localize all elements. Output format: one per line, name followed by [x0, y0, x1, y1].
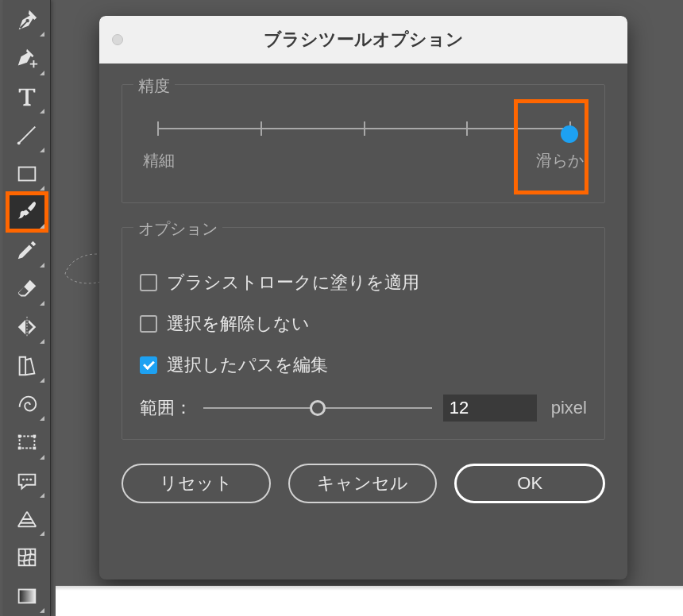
- svg-rect-1: [18, 167, 35, 180]
- precision-slider[interactable]: [157, 128, 569, 129]
- precision-legend: 精度: [133, 75, 175, 97]
- ok-button[interactable]: OK: [454, 464, 605, 503]
- svg-rect-6: [33, 447, 36, 450]
- comment-tool[interactable]: [8, 463, 46, 499]
- reset-button[interactable]: リセット: [122, 464, 271, 503]
- brush-options-dialog: ブラシツールオプション 精度 精細 滑らか: [99, 16, 627, 579]
- gradient-icon: [15, 584, 39, 608]
- range-label: 範囲：: [140, 396, 192, 420]
- keep-selected-label: 選択を解除しない: [167, 312, 310, 336]
- svg-rect-11: [18, 589, 35, 603]
- range-unit: pixel: [551, 398, 587, 418]
- pen-tool[interactable]: [8, 2, 46, 38]
- edit-selected-checkbox[interactable]: [140, 356, 157, 374]
- traffic-light-close[interactable]: [112, 34, 123, 45]
- mesh-tool[interactable]: [8, 539, 46, 576]
- tool-palette: [3, 0, 51, 616]
- precision-min-label: 精細: [143, 150, 175, 171]
- warp-spiral-icon: [15, 392, 39, 416]
- background-floor: [56, 586, 683, 616]
- keep-selected-checkbox[interactable]: [140, 315, 157, 333]
- svg-rect-10: [18, 549, 35, 566]
- options-group: オプション ブラシストロークに塗りを適用 選択を解除しない 選択したパスを編集 …: [122, 227, 605, 440]
- svg-point-9: [29, 478, 32, 480]
- options-legend: オプション: [133, 218, 222, 240]
- paintbrush-tool[interactable]: [8, 194, 46, 230]
- svg-rect-4: [33, 435, 36, 438]
- svg-point-0: [17, 142, 20, 145]
- dialog-titlebar: ブラシツールオプション: [99, 16, 627, 64]
- highlight-smooth-end: [514, 99, 588, 194]
- transform-icon: [15, 430, 39, 454]
- dialog-title: ブラシツールオプション: [264, 28, 464, 52]
- edit-selected-label: 選択したパスを編集: [167, 353, 328, 377]
- type-icon: [15, 85, 39, 109]
- nib-plus-icon: [15, 47, 39, 71]
- svg-rect-5: [17, 447, 21, 450]
- line-segment-tool[interactable]: [8, 117, 46, 153]
- range-slider[interactable]: [203, 407, 432, 409]
- precision-knob[interactable]: [561, 125, 578, 143]
- warp-tool[interactable]: [8, 386, 46, 422]
- rectangle-tool[interactable]: [8, 156, 46, 192]
- reflect-tool[interactable]: [8, 309, 46, 345]
- mesh-icon: [15, 545, 39, 569]
- pencil-icon: [15, 238, 39, 262]
- svg-rect-3: [17, 435, 21, 438]
- range-input[interactable]: [443, 395, 537, 422]
- svg-point-8: [25, 478, 28, 480]
- paintbrush-icon: [15, 200, 39, 224]
- type-tool[interactable]: [8, 79, 46, 115]
- swatch-tool[interactable]: [8, 347, 46, 383]
- line-icon: [15, 123, 39, 147]
- swatch-icon: [15, 354, 39, 378]
- range-thumb[interactable]: [310, 400, 326, 416]
- precision-max-label: 滑らか: [536, 150, 584, 171]
- pen-nib-icon: [15, 8, 39, 32]
- free-transform-tool[interactable]: [8, 424, 46, 460]
- anchor-point-tool[interactable]: [8, 40, 46, 76]
- comment-icon: [15, 469, 39, 493]
- eraser-icon: [15, 277, 39, 301]
- rectangle-icon: [15, 162, 39, 186]
- eraser-tool[interactable]: [8, 271, 46, 307]
- gradient-tool[interactable]: [8, 578, 46, 614]
- cancel-button[interactable]: キャンセル: [288, 464, 438, 503]
- fill-option-checkbox[interactable]: [140, 274, 157, 291]
- svg-rect-2: [19, 437, 34, 449]
- perspective-icon: [15, 507, 39, 531]
- precision-group: 精度 精細 滑らか: [122, 84, 605, 203]
- fill-option-label: ブラシストロークに塗りを適用: [167, 271, 419, 295]
- reflect-icon: [15, 315, 39, 339]
- perspective-grid-tool[interactable]: [8, 501, 46, 537]
- svg-point-7: [21, 478, 24, 480]
- pencil-tool[interactable]: [8, 232, 46, 268]
